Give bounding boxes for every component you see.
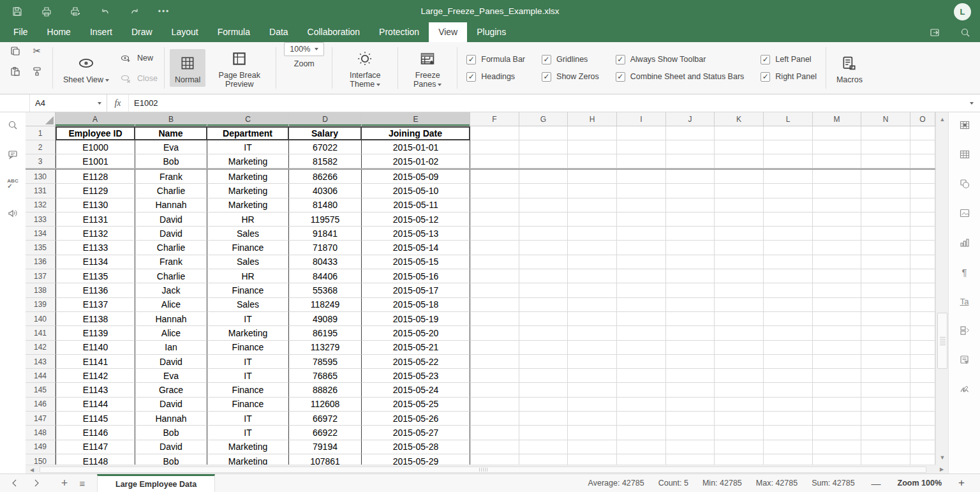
cell-K141[interactable] [715,326,764,340]
select-all-button[interactable] [26,112,56,126]
cell-I137[interactable] [617,269,666,283]
cell-K137[interactable] [715,269,764,283]
cell-H141[interactable] [568,326,617,340]
cell-C139[interactable]: Sales [207,298,289,312]
cell-J132[interactable] [666,198,715,212]
cell-J143[interactable] [666,355,715,369]
cell-K150[interactable] [715,454,764,465]
cell-E133[interactable]: 2015-05-12 [362,212,470,227]
cell-D148[interactable]: 66922 [289,426,362,440]
cell-G144[interactable] [519,369,568,383]
cell-F130[interactable] [470,170,519,184]
sheet-view-new-button[interactable]: New [118,50,158,66]
cell-F146[interactable] [470,398,519,412]
cell-M140[interactable] [813,312,861,326]
cell-O141[interactable] [910,326,935,340]
sheet-view-button[interactable]: Sheet View [58,49,114,87]
cell-D149[interactable]: 79194 [289,440,362,454]
cell-I134[interactable] [617,227,666,241]
column-header-B[interactable]: B [135,112,207,126]
cell-H1[interactable] [568,126,617,140]
cell-M135[interactable] [813,241,861,255]
row-header-146[interactable]: 146 [26,398,56,412]
cell-L148[interactable] [764,426,813,440]
cell-D130[interactable]: 86266 [289,170,362,184]
cell-O145[interactable] [910,383,935,397]
cell-J133[interactable] [666,212,715,227]
cell-I132[interactable] [617,198,666,212]
menu-tab-formula[interactable]: Formula [208,22,260,42]
image-settings-icon[interactable] [958,206,972,220]
cell-K135[interactable] [715,241,764,255]
cell-N143[interactable] [861,355,910,369]
cut-button[interactable]: ✂ [29,43,45,59]
cell-M137[interactable] [813,269,861,283]
cell-N140[interactable] [861,312,910,326]
cell-A1[interactable]: Employee ID [56,126,135,140]
cell-B136[interactable]: Frank [135,255,207,269]
cell-O138[interactable] [910,283,935,297]
cell-K131[interactable] [715,184,764,198]
next-sheet-icon[interactable] [31,477,42,489]
cell-J3[interactable] [666,154,715,168]
sheet-list-button[interactable]: ≡ [77,477,88,489]
cell-E138[interactable]: 2015-05-17 [362,283,470,297]
row-header-147[interactable]: 147 [26,412,56,426]
cell-A131[interactable]: E1129 [56,184,135,198]
horizontal-scrollbar[interactable]: ◀ [26,465,935,473]
cell-M138[interactable] [813,283,861,297]
cell-J137[interactable] [666,269,715,283]
cell-I139[interactable] [617,298,666,312]
cell-B149[interactable]: David [135,440,207,454]
cell-A130[interactable]: E1128 [56,170,135,184]
cell-F142[interactable] [470,341,519,355]
row-header-136[interactable]: 136 [26,255,56,269]
cell-C143[interactable]: IT [207,355,289,369]
cell-L131[interactable] [764,184,813,198]
cell-E150[interactable]: 2015-05-29 [362,454,470,465]
cell-G143[interactable] [519,355,568,369]
sheet-view-close-button[interactable]: Close [118,71,158,86]
cell-C136[interactable]: Sales [207,255,289,269]
cell-D141[interactable]: 86195 [289,326,362,340]
cell-L142[interactable] [764,341,813,355]
cell-C138[interactable]: Finance [207,283,289,297]
cell-M149[interactable] [813,440,861,454]
cell-D139[interactable]: 118249 [289,298,362,312]
cell-N150[interactable] [861,454,910,465]
cell-L140[interactable] [764,312,813,326]
cell-F144[interactable] [470,369,519,383]
cell-C144[interactable]: IT [207,369,289,383]
cell-K134[interactable] [715,227,764,241]
cell-N141[interactable] [861,326,910,340]
cell-F140[interactable] [470,312,519,326]
cell-I142[interactable] [617,341,666,355]
cell-C131[interactable]: Marketing [207,184,289,198]
cell-H148[interactable] [568,426,617,440]
cell-J140[interactable] [666,312,715,326]
cell-B143[interactable]: David [135,355,207,369]
cell-K149[interactable] [715,440,764,454]
fx-icon[interactable]: fx [107,94,129,112]
cell-M143[interactable] [813,355,861,369]
cell-M132[interactable] [813,198,861,212]
cell-K139[interactable] [715,298,764,312]
cell-C132[interactable]: Marketing [207,198,289,212]
cell-N146[interactable] [861,398,910,412]
cell-H133[interactable] [568,212,617,227]
toggle-always-show-toolbar[interactable]: ✓Always Show Toolbar [616,55,745,64]
cell-C137[interactable]: HR [207,269,289,283]
vertical-scrollbar[interactable]: ▲ ▼ [935,112,948,465]
cell-J2[interactable] [666,140,715,154]
cell-B147[interactable]: Hannah [135,412,207,426]
cell-I149[interactable] [617,440,666,454]
cell-B131[interactable]: Charlie [135,184,207,198]
cell-J145[interactable] [666,383,715,397]
cell-E145[interactable]: 2015-05-24 [362,383,470,397]
cell-N131[interactable] [861,184,910,198]
cell-E147[interactable]: 2015-05-26 [362,412,470,426]
cell-J135[interactable] [666,241,715,255]
toggle-right-panel[interactable]: ✓Right Panel [761,72,817,82]
cell-N138[interactable] [861,283,910,297]
cell-D134[interactable]: 91841 [289,227,362,241]
